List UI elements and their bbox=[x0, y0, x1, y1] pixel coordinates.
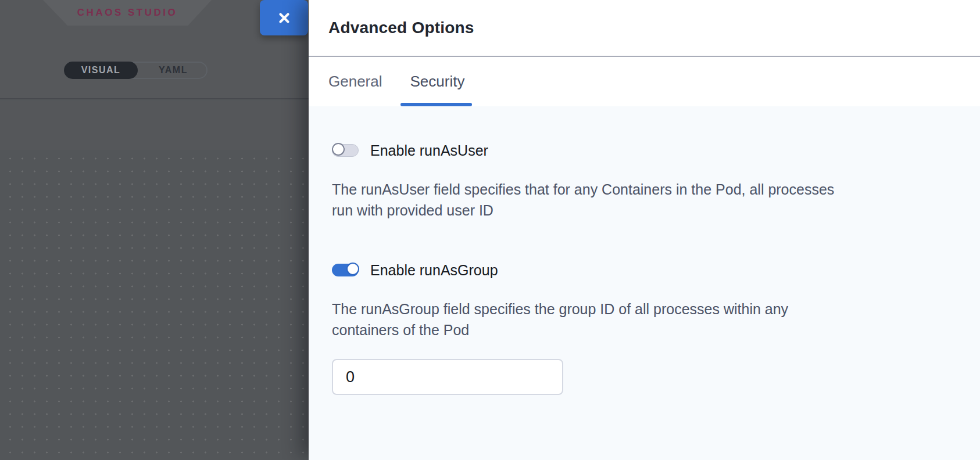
toggle-knob bbox=[332, 143, 345, 156]
tab-security[interactable]: Security bbox=[410, 57, 465, 106]
run-as-user-label: Enable runAsUser bbox=[370, 142, 488, 159]
run-as-group-description: The runAsGroup field specifies the group… bbox=[332, 299, 913, 340]
enable-runasgroup-toggle[interactable] bbox=[332, 264, 359, 276]
chaos-studio-canvas: CHAOS STUDIO VISUAL YAML bbox=[0, 0, 309, 460]
run-as-group-label: Enable runAsGroup bbox=[370, 262, 498, 279]
canvas-toolbar bbox=[0, 100, 309, 150]
drawer-header: Advanced Options bbox=[309, 0, 980, 56]
close-icon bbox=[277, 11, 291, 25]
run-as-group-section: Enable runAsGroup The runAsGroup field s… bbox=[332, 263, 957, 395]
runasgroup-value-input[interactable] bbox=[332, 359, 563, 395]
active-tab-indicator bbox=[400, 103, 473, 106]
page-title: Advanced Options bbox=[328, 19, 474, 37]
experiment-diagram-canvas[interactable] bbox=[0, 150, 309, 460]
yaml-tab[interactable]: YAML bbox=[138, 63, 209, 78]
run-as-user-description: The runAsUser field specifies that for a… bbox=[332, 179, 913, 221]
run-as-user-section: Enable runAsUser The runAsUser field spe… bbox=[332, 143, 957, 221]
chaos-studio-logo: CHAOS STUDIO bbox=[43, 0, 212, 26]
tab-bar: General Security bbox=[309, 57, 980, 106]
tab-security-label: Security bbox=[410, 73, 465, 91]
close-drawer-button[interactable] bbox=[260, 0, 308, 35]
brand-title: CHAOS STUDIO bbox=[77, 7, 177, 19]
visual-yaml-toggle[interactable]: VISUAL YAML bbox=[64, 62, 208, 79]
toggle-knob bbox=[346, 263, 359, 275]
run-as-user-row: Enable runAsUser bbox=[332, 143, 957, 158]
security-tab-content: Enable runAsUser The runAsUser field spe… bbox=[309, 106, 980, 460]
run-as-group-row: Enable runAsGroup bbox=[332, 263, 957, 278]
tab-general[interactable]: General bbox=[328, 57, 382, 106]
visual-tab[interactable]: VISUAL bbox=[64, 62, 138, 79]
enable-runasuser-toggle[interactable] bbox=[332, 144, 359, 157]
advanced-options-drawer: Advanced Options General Security Enable… bbox=[309, 0, 980, 460]
